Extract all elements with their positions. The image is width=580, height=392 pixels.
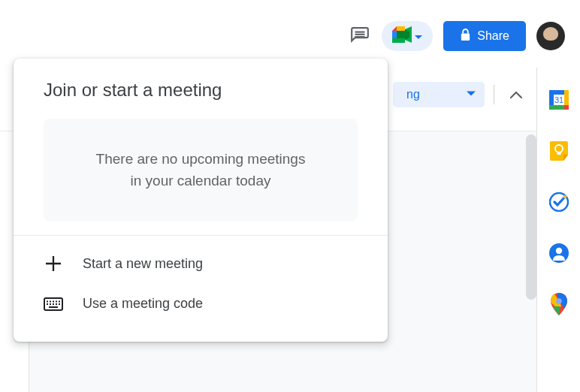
editing-mode-dropdown[interactable]: ng — [393, 82, 485, 107]
tasks-app-icon[interactable] — [549, 192, 569, 212]
meet-panel-title: Join or start a meeting — [14, 80, 388, 119]
svg-rect-13 — [564, 105, 569, 110]
svg-rect-27 — [59, 300, 60, 302]
side-panel: 31 — [536, 68, 580, 392]
account-avatar[interactable] — [536, 22, 565, 50]
svg-rect-7 — [461, 33, 470, 40]
svg-rect-26 — [56, 300, 57, 302]
separator — [494, 85, 494, 104]
meet-dropdown-button[interactable] — [382, 21, 433, 51]
no-meetings-line2: in your calendar today — [66, 170, 335, 192]
svg-rect-16 — [557, 152, 560, 155]
svg-rect-24 — [50, 300, 51, 302]
svg-text:31: 31 — [554, 95, 563, 104]
svg-point-21 — [556, 298, 562, 304]
comment-icon — [350, 26, 370, 46]
share-label: Share — [477, 29, 509, 43]
svg-point-18 — [563, 195, 566, 198]
no-meetings-line1: There are no upcoming meetings — [66, 149, 335, 170]
keep-app-icon[interactable] — [549, 141, 569, 161]
ribbon-right-cluster: ng — [393, 80, 536, 110]
collapse-ribbon-button[interactable] — [503, 82, 529, 107]
maps-app-icon[interactable] — [549, 294, 569, 314]
svg-rect-33 — [49, 306, 58, 308]
start-new-meeting-option[interactable]: Start a new meeting — [14, 243, 388, 284]
google-meet-icon — [392, 26, 412, 46]
svg-rect-30 — [53, 303, 54, 305]
calendar-app-icon[interactable]: 31 — [549, 90, 569, 110]
svg-rect-5 — [397, 31, 405, 38]
caret-down-icon — [467, 88, 476, 101]
header-toolbar: Share — [349, 21, 565, 51]
no-meetings-message: There are no upcoming meetings in your c… — [44, 119, 358, 222]
svg-rect-25 — [53, 300, 54, 302]
use-meeting-code-label: Use a meeting code — [83, 296, 203, 312]
svg-rect-31 — [56, 303, 57, 305]
meet-dropdown-panel: Join or start a meeting There are no upc… — [14, 59, 388, 342]
svg-point-20 — [555, 248, 561, 254]
svg-rect-3 — [397, 26, 405, 31]
use-meeting-code-option[interactable]: Use a meeting code — [14, 284, 388, 324]
svg-rect-4 — [392, 31, 397, 38]
scrollbar[interactable] — [526, 134, 536, 300]
svg-rect-29 — [50, 303, 51, 305]
caret-down-icon — [415, 29, 422, 43]
comment-history-button[interactable] — [349, 25, 371, 47]
plus-icon — [44, 255, 63, 272]
lock-icon — [460, 29, 471, 44]
contacts-app-icon[interactable] — [549, 243, 569, 263]
svg-rect-28 — [47, 303, 48, 305]
share-button[interactable]: Share — [443, 21, 526, 51]
start-new-meeting-label: Start a new meeting — [83, 256, 203, 272]
divider — [14, 235, 388, 236]
svg-rect-32 — [59, 303, 60, 305]
keyboard-icon — [44, 297, 63, 311]
svg-rect-23 — [47, 300, 48, 302]
editing-mode-label: ng — [406, 88, 420, 101]
